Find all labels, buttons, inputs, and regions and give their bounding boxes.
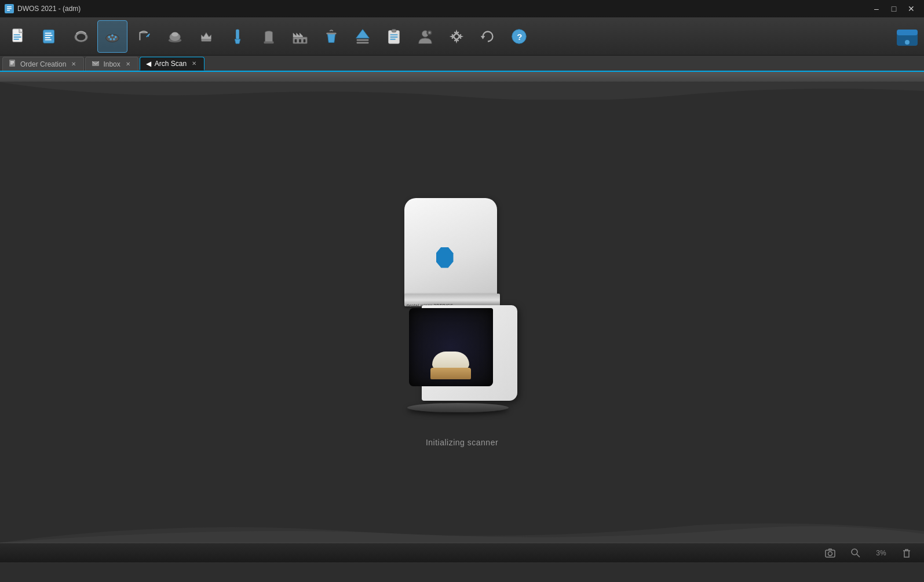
model-base	[430, 368, 471, 379]
model-icon	[165, 27, 185, 46]
tabs-bar: Order Creation ✕ Inbox ✕ ◀ Arch Scan ✕	[0, 56, 924, 72]
zoom-level: 3%	[873, 549, 889, 557]
settings-icon	[447, 27, 466, 46]
svg-rect-36	[357, 39, 369, 41]
svg-rect-32	[299, 39, 301, 42]
close-button[interactable]: ✕	[903, 3, 919, 14]
align-button[interactable]	[348, 20, 378, 53]
edit-arch-button[interactable]	[129, 20, 159, 53]
new-document-icon	[9, 27, 28, 46]
help-button[interactable]: ?	[504, 20, 534, 53]
svg-rect-39	[392, 29, 396, 32]
status-bar: 3%	[0, 543, 924, 562]
svg-point-18	[115, 36, 117, 38]
refresh-button[interactable]	[473, 20, 503, 53]
settings-button[interactable]	[441, 20, 472, 53]
inbox-tab-icon	[92, 59, 100, 69]
curve-bottom	[0, 519, 924, 543]
inbox-tab-close[interactable]: ✕	[124, 60, 132, 68]
arch-scan-tab-icon: ◀	[146, 60, 151, 68]
scanner-top-body	[404, 198, 497, 297]
svg-rect-28	[264, 41, 274, 43]
title-bar: DWOS 2021 - (adm) – □ ✕	[0, 0, 924, 17]
edit-arch-icon	[134, 27, 154, 46]
svg-rect-12	[45, 39, 52, 40]
svg-rect-7	[14, 38, 19, 39]
svg-rect-45	[429, 31, 431, 34]
svg-rect-37	[357, 42, 369, 43]
scanner-container: dental wings 3DTRICS Initializing scanne…	[393, 198, 532, 447]
order-creation-tab-label: Order Creation	[20, 60, 66, 68]
svg-point-25	[171, 32, 178, 36]
svg-rect-55	[10, 61, 14, 62]
clipboard-icon	[384, 27, 404, 46]
arch-button[interactable]	[66, 20, 96, 53]
maximize-button[interactable]: □	[886, 3, 902, 14]
model-button[interactable]	[160, 20, 190, 53]
trash-button[interactable]	[899, 545, 915, 561]
svg-rect-31	[295, 39, 297, 42]
crown-icon	[196, 27, 216, 46]
title-bar-controls: – □ ✕	[868, 3, 919, 14]
minimize-button[interactable]: –	[868, 3, 885, 14]
svg-point-14	[76, 34, 85, 40]
app-icon	[5, 4, 14, 13]
toolbar: ?	[0, 17, 924, 56]
svg-point-20	[113, 38, 115, 40]
scanner-device: dental wings 3DTRICS	[393, 198, 532, 424]
app-right-icon-button[interactable]	[894, 20, 921, 53]
svg-rect-40	[390, 34, 397, 35]
tool1-button[interactable]	[254, 20, 284, 53]
svg-rect-34	[327, 32, 337, 34]
sub-header	[0, 72, 924, 82]
factory-button[interactable]	[285, 20, 315, 53]
help-icon: ?	[509, 27, 529, 46]
status-text: Initializing scanner	[426, 438, 498, 447]
svg-rect-2	[7, 8, 12, 9]
arch-scan-tab-label: Arch Scan	[155, 60, 187, 68]
svg-rect-41	[390, 36, 397, 38]
tab-order-creation[interactable]: Order Creation ✕	[2, 57, 84, 71]
scan-dots-button[interactable]	[97, 20, 127, 53]
svg-point-17	[111, 34, 114, 36]
svg-rect-26	[202, 39, 211, 41]
svg-point-61	[852, 549, 857, 555]
implant-button[interactable]	[222, 20, 253, 53]
factory-icon	[290, 27, 310, 46]
user-icon	[415, 27, 435, 46]
search-zoom-button[interactable]	[848, 545, 864, 561]
main-content: dental wings 3DTRICS Initializing scanne…	[0, 82, 924, 562]
svg-marker-35	[356, 29, 370, 38]
crown-button[interactable]	[191, 20, 221, 53]
svg-point-16	[108, 36, 110, 38]
bucket-button[interactable]	[316, 20, 346, 53]
svg-marker-30	[293, 32, 303, 37]
camera-button[interactable]	[822, 545, 838, 561]
svg-rect-27	[236, 29, 239, 39]
new-document-button[interactable]	[3, 20, 34, 53]
tab-arch-scan[interactable]: ◀ Arch Scan ✕	[140, 57, 204, 71]
svg-rect-9	[45, 32, 52, 34]
svg-rect-6	[14, 36, 21, 38]
svg-rect-11	[45, 36, 50, 38]
arch-scan-tab-close[interactable]: ✕	[190, 60, 198, 68]
curve-top	[0, 82, 924, 100]
svg-point-60	[828, 551, 832, 555]
user-button[interactable]	[410, 20, 440, 53]
scanner-foot	[407, 403, 509, 412]
tab-inbox[interactable]: Inbox ✕	[85, 57, 138, 71]
refresh-icon	[478, 27, 498, 46]
order-creation-tab-icon	[9, 59, 17, 69]
svg-rect-42	[390, 38, 395, 39]
orders-button[interactable]	[35, 20, 65, 53]
svg-rect-51	[897, 30, 918, 35]
clipboard-button[interactable]	[379, 20, 409, 53]
scan-dots-icon	[103, 27, 122, 46]
orders-icon	[40, 27, 60, 46]
order-creation-tab-close[interactable]: ✕	[70, 60, 78, 68]
implant-icon	[228, 27, 247, 46]
title-text: DWOS 2021 - (adm)	[17, 5, 81, 13]
svg-rect-33	[304, 39, 306, 42]
svg-text:?: ?	[517, 31, 522, 41]
svg-line-62	[857, 554, 860, 557]
